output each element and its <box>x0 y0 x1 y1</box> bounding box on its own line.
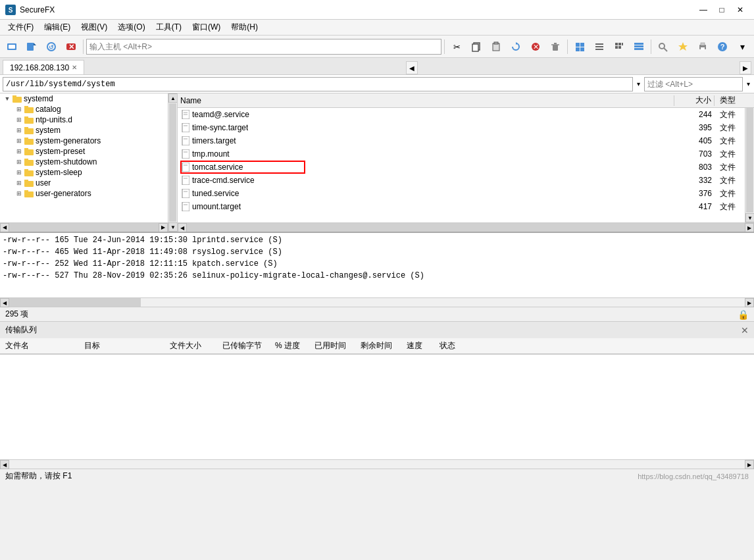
path-input[interactable] <box>3 77 633 91</box>
tree-hscroll-right[interactable]: ▶ <box>159 223 168 232</box>
menu-options[interactable]: 选项(O) <box>113 20 150 34</box>
toolbar-view2[interactable] <box>590 38 609 56</box>
svg-rect-61 <box>24 180 28 182</box>
terminal-area[interactable]: -rw-r--r-- 165 Tue 24-Jun-2014 19:15:30 … <box>0 232 754 297</box>
folder-icon-systemd <box>12 94 22 103</box>
transfer-queue-content <box>0 354 754 459</box>
svg-rect-56 <box>24 160 34 166</box>
tree-item-ntp[interactable]: ⊞ ntp-units.d <box>0 115 168 125</box>
minimize-button[interactable]: — <box>695 3 712 16</box>
expand-icon-user[interactable]: ⊞ <box>14 178 24 188</box>
menu-edit[interactable]: 编辑(E) <box>39 20 76 34</box>
toolbar-view4[interactable] <box>630 38 648 56</box>
tree-item-user-generators[interactable]: ⊞ user-generators <box>0 188 168 199</box>
file-list[interactable]: Name 大小 类型 teamd@.service 244 文件 <box>178 93 754 232</box>
file-row-tomcat[interactable]: tomcat.service 803 文件 <box>178 161 754 174</box>
toolbar-cancel[interactable]: ✕ <box>526 38 545 56</box>
expand-icon-sysshut[interactable]: ⊞ <box>14 157 24 166</box>
tree-item-system-shutdown[interactable]: ⊞ system-shutdown <box>0 157 168 167</box>
bottom-hscroll-right[interactable]: ▶ <box>745 460 754 469</box>
menu-view[interactable]: 视图(V) <box>76 20 113 34</box>
filelist-scroll-down[interactable]: ▼ <box>745 213 754 222</box>
file-row-timesync[interactable]: time-sync.target 395 文件 <box>178 121 754 134</box>
path-dropdown-icon[interactable]: ▾ <box>636 79 641 89</box>
expand-icon-syssleep[interactable]: ⊞ <box>14 168 24 177</box>
file-row-trace[interactable]: trace-cmd.service 332 文件 <box>178 174 754 187</box>
filelist-hscroll-right[interactable]: ▶ <box>745 223 754 232</box>
tree-label-ntp: ntp-units.d <box>36 115 72 124</box>
tree-item-systemd[interactable]: ▼ systemd <box>0 93 168 104</box>
toolbar-more[interactable]: ▾ <box>733 38 751 56</box>
svg-rect-24 <box>580 47 584 51</box>
file-row-tmp[interactable]: tmp.mount 703 文件 <box>178 147 754 161</box>
menu-help[interactable]: 帮助(H) <box>226 20 263 34</box>
menu-file[interactable]: 文件(F) <box>3 20 39 34</box>
terminal-hscroll-left[interactable]: ◀ <box>0 298 9 307</box>
maximize-button[interactable]: □ <box>713 3 730 16</box>
col-header-name[interactable]: Name <box>178 96 674 105</box>
tab-nav-left[interactable]: ◀ <box>406 61 418 74</box>
expand-icon-system[interactable]: ⊞ <box>14 126 24 135</box>
toolbar-refresh[interactable] <box>507 38 525 56</box>
tab-nav-right[interactable]: ▶ <box>740 61 751 74</box>
toolbar-copy[interactable] <box>467 38 486 56</box>
menu-tools[interactable]: 工具(T) <box>151 20 187 34</box>
toolbar-help[interactable]: ? <box>713 38 732 56</box>
tree-item-system-preset[interactable]: ⊞ system-preset <box>0 146 168 157</box>
toolbar-btn-1[interactable] <box>3 38 21 56</box>
expand-icon-syspre[interactable]: ⊞ <box>14 147 24 156</box>
toolbar-paste[interactable] <box>487 38 505 56</box>
file-row-timers[interactable]: timers.target 405 文件 <box>178 134 754 147</box>
main-tab[interactable]: 192.168.208.130 ✕ <box>3 60 84 74</box>
toolbar-award[interactable] <box>674 38 692 56</box>
transfer-queue-close[interactable]: ✕ <box>741 325 749 336</box>
toolbar-delete[interactable] <box>546 38 565 56</box>
toolbar-btn-red[interactable]: ✕ <box>62 38 80 56</box>
tree-hscroll-left[interactable]: ◀ <box>0 223 9 232</box>
tree-item-user[interactable]: ⊞ user <box>0 178 168 188</box>
file-icon-umount <box>180 201 191 212</box>
close-button[interactable]: ✕ <box>732 3 749 16</box>
expand-icon-systemd[interactable]: ▼ <box>3 94 12 103</box>
tree-scroll-up[interactable]: ▲ <box>168 93 178 103</box>
th-status: 状态 <box>440 340 472 351</box>
toolbar-key[interactable] <box>654 38 672 56</box>
address-input[interactable] <box>86 39 441 55</box>
tree-item-system-generators[interactable]: ⊞ system-generators <box>0 136 168 146</box>
terminal-hscroll[interactable]: ◀ ▶ <box>0 297 754 307</box>
tree-item-catalog[interactable]: ⊞ catalog <box>0 104 168 115</box>
tree-item-system-sleep[interactable]: ⊞ system-sleep <box>0 167 168 178</box>
toolbar-cut[interactable]: ✂ <box>447 38 466 56</box>
file-tree[interactable]: ▼ systemd ⊞ catalog ⊞ ntp-units.d <box>0 93 178 232</box>
toolbar-separator-4 <box>651 39 651 54</box>
file-row-umount[interactable]: umount.target 417 文件 <box>178 200 754 213</box>
toolbar-view3[interactable] <box>610 38 628 56</box>
file-row-teamd[interactable]: teamd@.service 244 文件 <box>178 108 754 121</box>
expand-icon-ntp[interactable]: ⊞ <box>14 115 24 124</box>
toolbar-btn-3[interactable]: ↺ <box>42 38 61 56</box>
expand-icon-usergen[interactable]: ⊞ <box>14 189 24 198</box>
expand-icon-sysgen[interactable]: ⊞ <box>14 136 24 145</box>
svg-rect-25 <box>595 43 603 45</box>
menu-window[interactable]: 窗口(W) <box>187 20 226 34</box>
tree-scroll-down[interactable]: ▼ <box>168 222 178 232</box>
col-header-size[interactable]: 大小 <box>674 95 714 106</box>
toolbar-view1[interactable] <box>570 38 589 56</box>
toolbar-btn-2[interactable] <box>22 38 41 56</box>
tree-item-system[interactable]: ⊞ system <box>0 125 168 136</box>
terminal-hscroll-right[interactable]: ▶ <box>745 298 754 307</box>
filter-dropdown-icon[interactable]: ▾ <box>745 79 751 89</box>
col-header-type[interactable]: 类型 <box>715 95 754 106</box>
tab-close-icon[interactable]: ✕ <box>72 64 77 71</box>
filelist-hscroll-left[interactable]: ◀ <box>178 223 187 232</box>
transfer-table-header: 文件名 目标 文件大小 已传输字节 % 进度 已用时间 剩余时间 速度 状态 <box>0 338 754 354</box>
bottom-scroll[interactable]: ◀ ▶ <box>0 459 754 469</box>
svg-rect-79 <box>182 202 189 211</box>
svg-rect-62 <box>24 191 34 197</box>
expand-icon-catalog[interactable]: ⊞ <box>14 105 24 114</box>
th-speed: 速度 <box>407 340 440 351</box>
file-row-tuned[interactable]: tuned.service 376 文件 <box>178 187 754 200</box>
toolbar-print[interactable] <box>693 38 712 56</box>
filter-input[interactable] <box>644 77 743 91</box>
bottom-hscroll-left[interactable]: ◀ <box>0 460 9 469</box>
